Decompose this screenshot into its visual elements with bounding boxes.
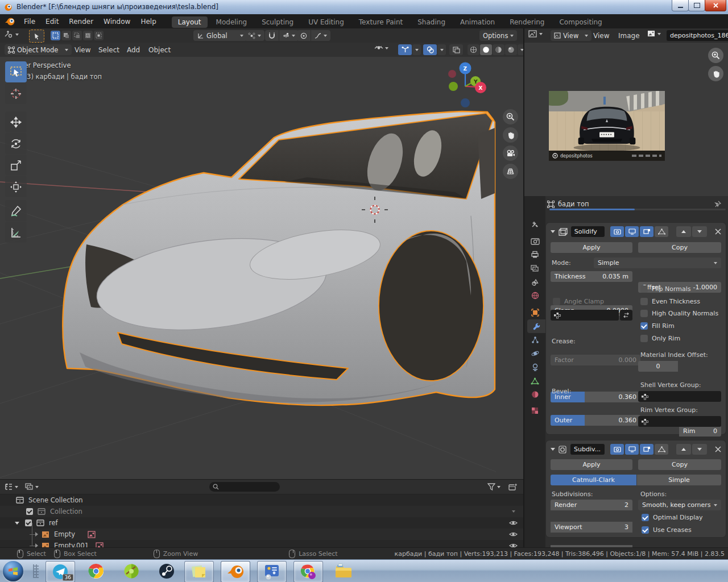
proportional-editing-toggle[interactable] (297, 30, 311, 41)
modifier-name-field[interactable]: Solidify (571, 226, 605, 237)
panel-expand-icon[interactable] (551, 230, 555, 233)
outliner-row-scene-collection[interactable]: Scene Collection (0, 494, 523, 506)
active-tool-button[interactable] (29, 30, 44, 43)
editmode-visibility-toggle[interactable] (640, 444, 653, 455)
tab-texture[interactable] (526, 404, 544, 417)
image-editor[interactable]: depositphotos (523, 43, 728, 196)
workspace-tab-uv-editing[interactable]: UV Editing (302, 16, 350, 28)
outliner-editor-type-button[interactable] (5, 483, 18, 490)
collection-checkbox[interactable] (26, 508, 33, 515)
tab-world[interactable] (526, 289, 544, 302)
simple-button[interactable]: Simple (637, 475, 721, 485)
tab-scene[interactable] (526, 275, 544, 289)
workspace-tab-animation[interactable]: Animation (454, 16, 501, 28)
taskbar-telegram-button[interactable]: 36 (46, 561, 75, 582)
taskbar-settings-button[interactable] (257, 561, 287, 582)
overlays-toggle[interactable] (423, 44, 437, 55)
tab-object-data[interactable] (526, 374, 544, 388)
workspace-tab-modeling[interactable]: Modeling (210, 16, 254, 28)
swap-vertex-group-button[interactable] (620, 310, 632, 321)
transform-orientation-dropdown[interactable]: Global (193, 30, 247, 41)
factor-field[interactable]: Factor0.000 (551, 355, 640, 365)
image-menu-image[interactable]: Image (613, 28, 645, 43)
tab-constraints[interactable] (526, 360, 544, 374)
expand-icon[interactable] (35, 532, 38, 537)
outliner-row-collection[interactable]: Collection (0, 506, 523, 517)
thickness-field[interactable]: Thickness0.035 m (551, 271, 632, 282)
workspace-tab-sculpting[interactable]: Sculpting (255, 16, 300, 28)
tool-annotate[interactable] (5, 200, 27, 221)
catmull-clark-button[interactable]: Catmull-Clark (551, 475, 636, 485)
optimal-display-checkbox[interactable]: Optimal Display (642, 512, 703, 523)
taskbar-sticky-notes-button[interactable] (184, 561, 214, 582)
remove-modifier-icon[interactable] (715, 446, 721, 452)
options-dropdown[interactable]: Options (479, 30, 517, 41)
material-offset-rim-field[interactable]: Rim0 (679, 426, 721, 436)
pivot-point-dropdown[interactable] (245, 30, 264, 41)
shading-rendered-button[interactable] (505, 44, 517, 55)
tool-select-box[interactable] (5, 61, 27, 82)
copy-button[interactable]: Copy (638, 459, 721, 470)
angle-clamp-checkbox[interactable]: Angle Clamp (553, 296, 604, 307)
tool-rotate[interactable] (5, 133, 27, 154)
viewport-pan-button[interactable] (503, 127, 518, 143)
expand-icon[interactable] (15, 522, 19, 525)
select-mode-invert[interactable] (83, 31, 93, 40)
image-pan-button[interactable] (708, 66, 723, 81)
viewport-menu-object[interactable]: Object (143, 43, 176, 57)
shading-wireframe-button[interactable] (468, 44, 479, 55)
move-modifier-down-button[interactable] (692, 226, 707, 237)
xray-toggle[interactable] (449, 44, 463, 55)
pin-icon[interactable] (714, 201, 721, 208)
viewport-ortho-button[interactable] (503, 164, 518, 179)
move-modifier-up-button[interactable] (676, 226, 691, 237)
select-mode-new[interactable] (51, 31, 60, 40)
viewport-levels-field[interactable]: Viewport3 (551, 522, 632, 533)
solidify-mode-dropdown[interactable]: Simple (594, 257, 721, 268)
gizmos-dropdown[interactable] (412, 44, 421, 55)
menu-file[interactable]: File (19, 14, 40, 28)
tool-move[interactable] (5, 111, 27, 132)
object-visibility-dropdown[interactable] (374, 44, 388, 52)
only-rim-checkbox[interactable]: Only Rim (640, 333, 680, 344)
gizmos-toggle[interactable] (398, 44, 412, 55)
tab-modifiers[interactable] (527, 319, 545, 333)
fill-rim-checkbox[interactable]: Fill Rim (640, 321, 675, 331)
cage-toggle[interactable] (655, 444, 668, 455)
editor-type-button[interactable] (4, 30, 19, 39)
outliner-filter-button[interactable] (487, 483, 500, 490)
flip-normals-checkbox[interactable]: Flip Normals (640, 284, 690, 294)
menu-window[interactable]: Window (98, 14, 135, 28)
tab-view-layer[interactable] (526, 261, 544, 275)
viewport-menu-select[interactable]: Select (93, 43, 125, 57)
hide-eye-icon[interactable] (509, 531, 518, 538)
start-button[interactable] (3, 561, 23, 581)
minimize-button[interactable] (672, 0, 689, 11)
collection-checkbox[interactable] (25, 519, 32, 526)
close-button[interactable] (705, 0, 726, 11)
menu-edit[interactable]: Edit (40, 14, 64, 28)
outliner-search-field[interactable] (209, 482, 280, 492)
tab-render[interactable] (526, 234, 544, 248)
taskbar-steam-button[interactable] (152, 561, 181, 581)
taskbar-blender-button[interactable] (221, 561, 250, 582)
image-name-field[interactable]: depositphotos_186... (667, 30, 728, 41)
render-visibility-toggle[interactable] (610, 226, 624, 237)
copy-button[interactable]: Copy (638, 242, 721, 253)
editmode-visibility-toggle[interactable] (640, 226, 653, 237)
viewport-camera-button[interactable] (503, 146, 518, 161)
tool-cursor[interactable] (5, 83, 27, 104)
properties-scrollbar-thumb[interactable] (549, 209, 635, 210)
shading-solid-button[interactable] (480, 44, 492, 55)
render-levels-field[interactable]: Render2 (551, 500, 632, 510)
viewport-menu-add[interactable]: Add (122, 43, 145, 57)
tab-particles[interactable] (526, 333, 544, 347)
panel-expand-icon[interactable] (551, 448, 555, 451)
properties-scrollbar-track[interactable] (549, 209, 726, 210)
taskbar-chrome-button[interactable] (82, 561, 110, 581)
hide-eye-icon[interactable] (509, 519, 518, 526)
image-zoom-button[interactable] (708, 48, 723, 63)
tab-output[interactable] (526, 248, 544, 261)
tool-transform[interactable] (5, 176, 27, 197)
menu-render[interactable]: Render (64, 14, 98, 28)
